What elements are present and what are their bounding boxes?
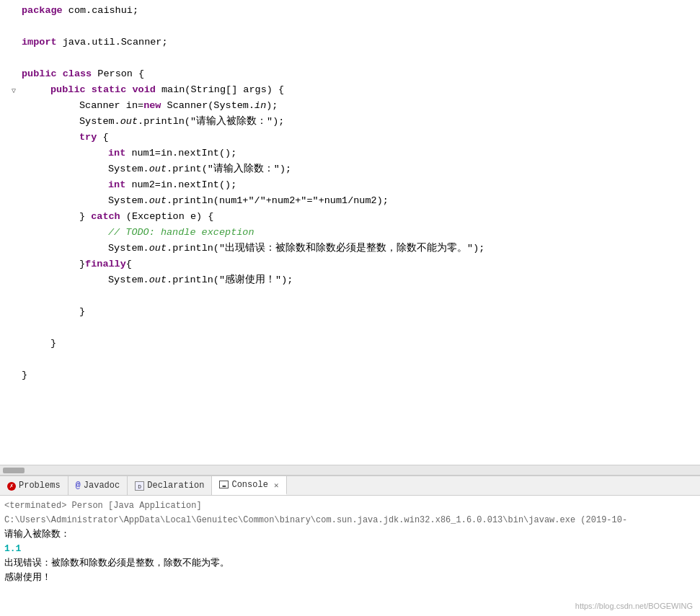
code-line: [0, 19, 700, 35]
code-text: num1=in.nextInt();: [131, 146, 236, 161]
field-ref: out: [149, 241, 167, 256]
code-text: .print("请输入除数：");: [167, 161, 291, 177]
console-line-2: 1.1: [4, 542, 696, 556]
code-line: [0, 50, 700, 66]
code-text: .println("出现错误：被除数和除数必须是整数，除数不能为零。");: [167, 241, 484, 256]
keyword: void: [132, 82, 161, 98]
code-text: );: [266, 98, 278, 114]
scrollbar-thumb[interactable]: [3, 468, 25, 473]
code-text: main(String[] args) {: [161, 82, 284, 98]
keyword: finally: [85, 256, 126, 272]
keyword: import: [22, 35, 63, 50]
code-text: System.: [79, 114, 120, 130]
code-line: public class Person {: [0, 66, 700, 82]
tab-javadoc[interactable]: @Javadoc: [68, 476, 128, 495]
keyword: class: [63, 66, 98, 82]
code-text: java.util.Scanner;: [63, 35, 168, 50]
tab-close-button[interactable]: ✕: [274, 481, 279, 490]
code-line: }finally{: [0, 256, 700, 272]
editor-area: package com.caishui;import java.util.Sca…: [0, 0, 700, 476]
code-line: }: [0, 367, 700, 383]
code-text: Person {: [97, 66, 144, 82]
code-text: System.: [108, 241, 149, 256]
code-text: Scanner(System.: [167, 98, 255, 114]
decl-icon: D: [135, 481, 144, 491]
code-text: (Exception e) {: [126, 209, 214, 225]
code-line: int num2=in.nextInt();: [0, 177, 700, 193]
code-text: {: [102, 130, 108, 146]
code-line: import java.util.Scanner;: [0, 35, 700, 50]
code-text: }: [79, 256, 85, 272]
keyword: catch: [91, 209, 126, 225]
tab-problems[interactable]: ✗Problems: [0, 476, 68, 495]
code-line: System.out.println(num1+"/"+num2+"="+num…: [0, 193, 700, 209]
field-ref: out: [120, 114, 138, 130]
code-content[interactable]: package com.caishui;import java.util.Sca…: [0, 0, 700, 465]
code-line: ▽public static void main(String[] args) …: [0, 82, 700, 98]
code-line: // TODO: handle exception: [0, 225, 700, 241]
fold-icon[interactable]: ▽: [12, 84, 16, 99]
code-line: try {: [0, 130, 700, 146]
code-text: }: [22, 367, 27, 383]
code-text: Scanner in=: [79, 98, 143, 114]
code-line: [0, 352, 700, 367]
console-area: <terminated> Person [Java Application] C…: [0, 496, 700, 616]
tab-console[interactable]: ▬Console✕: [212, 476, 286, 495]
code-line: System.out.println("出现错误：被除数和除数必须是整数，除数不…: [0, 241, 700, 256]
code-text: .println(num1+"/"+num2+"="+num1/num2);: [167, 193, 389, 209]
code-line: } catch (Exception e) {: [0, 209, 700, 225]
tab-label: Declaration: [147, 481, 204, 491]
console-icon: ▬: [219, 481, 229, 489]
keyword: static: [92, 82, 133, 98]
code-text: System.: [108, 193, 149, 209]
code-line: int num1=in.nextInt();: [0, 146, 700, 161]
keyword: public: [22, 66, 63, 82]
keyword: public: [50, 82, 92, 98]
code-line: }: [0, 304, 700, 320]
code-line: System.out.println("感谢使用！");: [0, 272, 700, 288]
bottom-panel: ✗Problems@JavadocDDeclaration▬Console✕ <…: [0, 476, 700, 616]
field-ref: out: [149, 272, 167, 288]
code-line: package com.caishui;: [0, 3, 700, 19]
code-text: System.: [108, 161, 149, 177]
console-line-4: 感谢使用！: [4, 571, 696, 585]
tab-declaration[interactable]: DDeclaration: [128, 476, 212, 495]
code-text: .println("请输入被除数：");: [138, 114, 284, 130]
field-ref: in: [254, 98, 266, 114]
code-text: .println("感谢使用！");: [167, 272, 293, 288]
keyword: int: [108, 146, 131, 161]
keyword: new: [143, 98, 167, 114]
console-line-1: 请输入被除数：: [4, 527, 696, 542]
console-line-3: 出现错误：被除数和除数必须是整数，除数不能为零。: [4, 556, 696, 571]
code-text: }: [50, 336, 56, 352]
code-line: System.out.print("请输入除数：");: [0, 161, 700, 177]
horizontal-scrollbar[interactable]: [0, 465, 700, 475]
code-text: System.: [108, 272, 149, 288]
code-line: Scanner in=new Scanner(System.in);: [0, 98, 700, 114]
field-ref: out: [149, 161, 167, 177]
keyword: package: [22, 3, 68, 19]
error-icon: ✗: [7, 481, 16, 491]
tab-label: Javadoc: [84, 481, 120, 491]
keyword: int: [108, 177, 131, 193]
code-text: com.caishui;: [68, 3, 138, 19]
code-line: [0, 288, 700, 304]
code-line: [0, 320, 700, 336]
tab-label: Console: [231, 480, 267, 490]
tab-label: Problems: [19, 481, 61, 491]
code-text: }: [79, 304, 85, 320]
keyword: try: [79, 130, 102, 146]
at-icon: @: [76, 481, 81, 491]
code-line: }: [0, 336, 700, 352]
code-text: num2=in.nextInt();: [131, 177, 236, 193]
code-text: {: [126, 256, 132, 272]
watermark: https://blog.csdn.net/BOGEWING: [575, 602, 693, 610]
code-text: }: [79, 209, 91, 225]
comment: // TODO: handle exception: [108, 225, 254, 241]
code-line: System.out.println("请输入被除数：");: [0, 114, 700, 130]
tab-bar: ✗Problems@JavadocDDeclaration▬Console✕: [0, 476, 700, 496]
console-terminated-line: <terminated> Person [Java Application] C…: [4, 499, 696, 527]
field-ref: out: [149, 193, 167, 209]
